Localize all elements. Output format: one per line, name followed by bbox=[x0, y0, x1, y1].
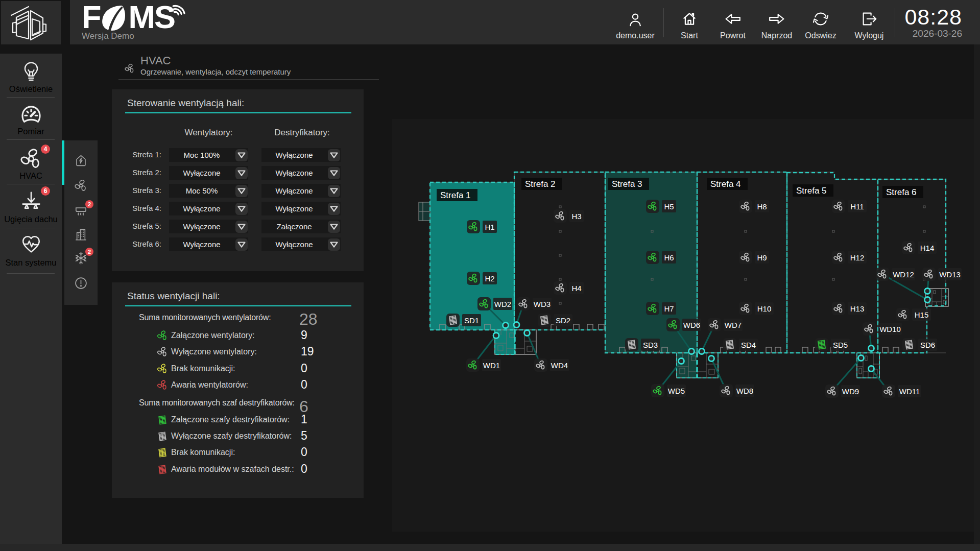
svg-text:WD7: WD7 bbox=[725, 321, 742, 329]
svg-text:Strefa 3: Strefa 3 bbox=[612, 179, 642, 189]
svg-text:WD3: WD3 bbox=[534, 300, 551, 308]
svg-text:Strefa 6: Strefa 6 bbox=[886, 187, 917, 197]
svg-text:H10: H10 bbox=[757, 304, 772, 313]
svg-text:SD6: SD6 bbox=[920, 341, 935, 349]
svg-text:SD4: SD4 bbox=[741, 341, 756, 349]
svg-text:Strefa 2: Strefa 2 bbox=[525, 179, 556, 189]
svg-text:WD11: WD11 bbox=[899, 387, 920, 396]
svg-text:WD9: WD9 bbox=[842, 387, 859, 396]
svg-text:WD12: WD12 bbox=[893, 270, 914, 279]
svg-text:SD3: SD3 bbox=[643, 341, 658, 349]
svg-text:H1: H1 bbox=[485, 223, 494, 231]
svg-text:H6: H6 bbox=[664, 253, 674, 262]
svg-text:H8: H8 bbox=[757, 202, 767, 211]
svg-text:H4: H4 bbox=[571, 284, 581, 293]
svg-text:H7: H7 bbox=[664, 304, 674, 313]
svg-text:SD5: SD5 bbox=[833, 341, 848, 349]
svg-text:WD8: WD8 bbox=[736, 387, 753, 395]
svg-text:WD5: WD5 bbox=[668, 387, 685, 395]
svg-text:H5: H5 bbox=[664, 202, 674, 211]
svg-text:WD13: WD13 bbox=[939, 270, 961, 279]
svg-text:Strefa 5: Strefa 5 bbox=[796, 186, 827, 196]
svg-text:H9: H9 bbox=[757, 253, 767, 262]
svg-text:WD10: WD10 bbox=[879, 325, 901, 333]
svg-text:H3: H3 bbox=[571, 212, 581, 221]
svg-text:WD2: WD2 bbox=[494, 300, 511, 308]
svg-text:H12: H12 bbox=[850, 253, 865, 262]
svg-text:H13: H13 bbox=[850, 304, 865, 313]
svg-text:WD6: WD6 bbox=[683, 321, 700, 329]
svg-text:H11: H11 bbox=[850, 202, 864, 211]
svg-text:H2: H2 bbox=[485, 274, 494, 283]
svg-text:SD2: SD2 bbox=[556, 316, 570, 325]
svg-text:Strefa 4: Strefa 4 bbox=[710, 179, 741, 189]
svg-text:SD1: SD1 bbox=[464, 316, 479, 325]
svg-text:H15: H15 bbox=[915, 310, 929, 319]
svg-text:WD1: WD1 bbox=[483, 361, 500, 370]
svg-text:WD4: WD4 bbox=[551, 361, 568, 370]
svg-text:Strefa 1: Strefa 1 bbox=[440, 190, 471, 200]
svg-text:H14: H14 bbox=[920, 244, 935, 252]
